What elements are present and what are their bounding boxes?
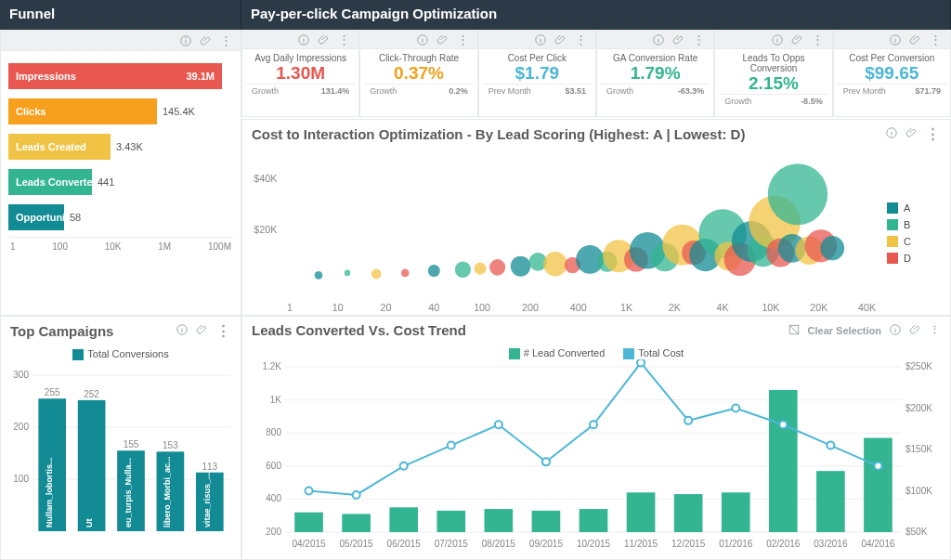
svg-point-35	[401, 269, 410, 278]
attach-icon[interactable]	[909, 323, 922, 338]
kpi-row: ⋮Avg Daily Impressions1.30MGrowth131.4%⋮…	[241, 30, 951, 117]
legend-item[interactable]: Total Cost	[623, 347, 684, 358]
menu-icon[interactable]: ⋮	[693, 33, 706, 46]
kpi-sub-label: Growth	[252, 86, 279, 96]
menu-icon[interactable]: ⋮	[575, 33, 588, 46]
attach-icon[interactable]	[554, 33, 567, 46]
menu-icon[interactable]: ⋮	[930, 33, 943, 46]
svg-text:$40K: $40K	[254, 173, 278, 184]
menu-icon[interactable]: ⋮	[812, 33, 825, 46]
menu-icon[interactable]: ⋮	[926, 125, 941, 142]
kpi-card[interactable]: ⋮Cost Per Click$1.79Prev Month$3.51	[478, 30, 596, 117]
trend-panel: Leads Converted Vs. Cost Trend Clear Sel…	[241, 316, 951, 560]
info-icon[interactable]	[297, 33, 310, 46]
svg-text:10K: 10K	[762, 301, 780, 312]
svg-text:20: 20	[381, 301, 392, 312]
attach-icon[interactable]	[436, 33, 449, 46]
svg-text:vitae_risus_...: vitae_risus_...	[202, 473, 212, 528]
svg-point-126	[495, 421, 502, 428]
svg-rect-111	[389, 507, 418, 532]
svg-point-125	[448, 442, 455, 449]
info-icon[interactable]	[889, 33, 902, 46]
kpi-card[interactable]: ⋮GA Conversion Rate1.79%Growth-63.3%	[596, 30, 714, 117]
bubble-panel: Cost to Interaction Optimization - By Le…	[241, 119, 951, 316]
info-icon[interactable]	[179, 34, 192, 47]
svg-point-130	[684, 417, 692, 424]
kpi-sub-value: -63.3%	[678, 86, 705, 96]
svg-text:200: 200	[13, 422, 29, 432]
svg-text:300: 300	[13, 370, 29, 380]
attach-icon[interactable]	[905, 126, 918, 142]
legend-item[interactable]: C	[887, 236, 943, 247]
svg-text:113: 113	[202, 462, 217, 472]
legend-item[interactable]: B	[887, 219, 943, 230]
menu-icon[interactable]: ⋮	[338, 33, 351, 46]
svg-text:$200K: $200K	[905, 403, 932, 413]
svg-text:1.2K: 1.2K	[262, 361, 281, 371]
funnel-body: Impressions39.1MClicks145.4KLeads Create…	[1, 51, 241, 255]
funnel-row[interactable]: Clicks145.4K	[8, 96, 233, 127]
svg-text:4K: 4K	[717, 301, 730, 312]
funnel-row[interactable]: Opportunity Won58	[8, 202, 233, 233]
svg-text:02/2016: 02/2016	[766, 539, 801, 549]
funnel-row[interactable]: Leads Created3.43K	[8, 131, 233, 163]
svg-text:01/2016: 01/2016	[719, 539, 753, 549]
menu-icon[interactable]: ⋮	[457, 33, 470, 46]
attach-icon[interactable]	[200, 34, 213, 47]
menu-icon[interactable]: ⋮	[220, 33, 233, 47]
legend-item[interactable]: D	[887, 253, 943, 264]
clear-selection-icon[interactable]	[788, 323, 801, 338]
info-icon[interactable]	[534, 33, 547, 46]
funnel-row[interactable]: Leads Converted441	[8, 166, 233, 198]
funnel-bar: Leads Created	[8, 134, 111, 160]
funnel-row[interactable]: Impressions39.1M	[8, 60, 233, 92]
svg-point-124	[400, 462, 408, 470]
svg-text:1K: 1K	[620, 301, 633, 312]
clear-selection-button[interactable]: Clear Selection	[808, 325, 881, 336]
legend-item[interactable]: A	[887, 202, 943, 214]
info-icon[interactable]	[771, 33, 784, 46]
menu-icon[interactable]: ⋮	[216, 322, 231, 339]
top-campaigns-chart[interactable]: 300200100255Nullam_lobortis...252Ut155eu…	[7, 362, 235, 548]
kpi-value: 2.15%	[719, 73, 827, 94]
kpi-card[interactable]: ⋮Leads To Opps Conversion2.15%Growth-8.5…	[714, 30, 832, 117]
info-icon[interactable]	[176, 323, 189, 339]
svg-point-39	[489, 259, 505, 276]
menu-icon[interactable]: ⋮	[930, 324, 941, 336]
info-icon[interactable]	[416, 33, 429, 46]
svg-rect-112	[436, 511, 465, 532]
info-icon[interactable]	[652, 33, 665, 46]
kpi-card[interactable]: ⋮Click-Through Rate0.37%Growth0.2%	[359, 30, 477, 117]
svg-point-38	[475, 262, 487, 274]
svg-text:100: 100	[474, 301, 490, 312]
svg-point-33	[345, 270, 350, 277]
attach-icon[interactable]	[196, 323, 209, 339]
header-ppc: Pay-per-click Campaign Optimization	[241, 0, 951, 30]
legend-item[interactable]: # Lead Converted	[509, 347, 605, 358]
trend-chart[interactable]: 1.2K1K800600400200$250K$200K$150K$100K$5…	[250, 359, 944, 553]
top-campaigns-panel: Top Campaigns ⋮ Total Conversions 300200…	[0, 316, 241, 560]
funnel-value: 58	[70, 212, 81, 223]
funnel-toolbar: ⋮	[1, 31, 241, 51]
svg-text:200: 200	[266, 527, 281, 537]
attach-icon[interactable]	[791, 33, 804, 46]
svg-point-40	[511, 256, 530, 277]
info-icon[interactable]	[889, 323, 902, 338]
attach-icon[interactable]	[909, 33, 922, 46]
svg-text:40K: 40K	[858, 301, 877, 312]
svg-point-134	[874, 462, 881, 470]
attach-icon[interactable]	[318, 33, 331, 46]
kpi-sub-label: Prev Month	[489, 86, 531, 96]
kpi-sub-label: Prev Month	[843, 86, 886, 96]
svg-text:10: 10	[332, 301, 344, 312]
kpi-sub-value: 0.2%	[449, 86, 468, 96]
kpi-card[interactable]: ⋮Cost Per Conversion$99.65Prev Month$71.…	[833, 30, 951, 117]
attach-icon[interactable]	[672, 33, 685, 46]
svg-rect-116	[627, 492, 656, 532]
funnel-value: 145.4K	[163, 106, 195, 117]
bubble-plot[interactable]: $40K$20K11020401002004001K2K4K10K20K40K	[250, 151, 887, 315]
kpi-card[interactable]: ⋮Avg Daily Impressions1.30MGrowth131.4%	[241, 30, 359, 117]
kpi-sub-label: Growth	[724, 97, 751, 106]
info-icon[interactable]	[885, 126, 898, 142]
kpi-value: 1.30M	[246, 63, 355, 84]
